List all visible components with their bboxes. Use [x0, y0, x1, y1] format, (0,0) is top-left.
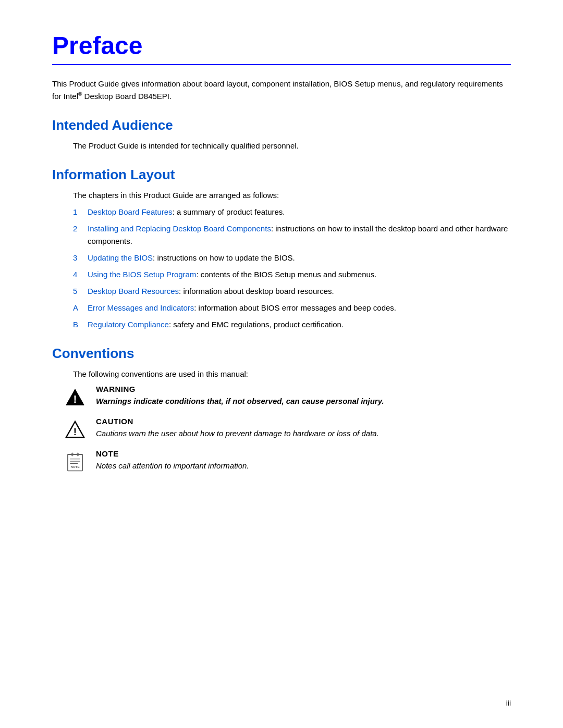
warning-text: Warnings indicate conditions that, if no… — [96, 396, 384, 408]
note-icon: NOTE — [63, 449, 88, 474]
page-container: Preface This Product Guide gives informa… — [0, 0, 563, 530]
list-item: 1 Desktop Board Features: a summary of p… — [73, 206, 511, 218]
svg-text:!: ! — [74, 393, 77, 405]
list-text: Regulatory Compliance: safety and EMC re… — [88, 318, 344, 331]
list-item: 4 Using the BIOS Setup Program: contents… — [73, 268, 511, 281]
chapter-link[interactable]: Desktop Board Resources — [88, 287, 179, 295]
list-num: A — [73, 302, 88, 314]
list-num: 5 — [73, 285, 88, 298]
page-number: iii — [506, 699, 511, 707]
note-content: NOTE Notes call attention to important i… — [96, 449, 249, 472]
list-text: Installing and Replacing Desktop Board C… — [88, 223, 511, 248]
page-title: Preface — [52, 31, 511, 60]
list-item: 5 Desktop Board Resources: information a… — [73, 285, 511, 298]
caution-icon: ! — [63, 417, 88, 442]
chapter-link[interactable]: Error Messages and Indicators — [88, 303, 194, 312]
conventions-section: Conventions The following conventions ar… — [52, 346, 511, 474]
chapter-link[interactable]: Desktop Board Features — [88, 207, 173, 216]
intended-audience-section: Intended Audience The Product Guide is i… — [52, 117, 511, 152]
list-text: Desktop Board Resources: information abo… — [88, 285, 334, 298]
list-text: Error Messages and Indicators: informati… — [88, 302, 396, 314]
list-item: 3 Updating the BIOS: instructions on how… — [73, 252, 511, 264]
conventions-intro: The following conventions are used in th… — [73, 368, 511, 380]
list-num: 4 — [73, 268, 88, 281]
list-text: Updating the BIOS: instructions on how t… — [88, 252, 295, 264]
list-num: 2 — [73, 223, 88, 235]
conventions-heading: Conventions — [52, 346, 511, 362]
chapter-link[interactable]: Using the BIOS Setup Program — [88, 270, 196, 279]
chapter-link[interactable]: Regulatory Compliance — [88, 320, 169, 329]
chapter-link[interactable]: Updating the BIOS — [88, 253, 153, 262]
note-text: Notes call attention to important inform… — [96, 460, 249, 472]
information-layout-intro: The chapters in this Product Guide are a… — [73, 189, 511, 202]
warning-content: WARNING Warnings indicate conditions tha… — [96, 385, 384, 408]
caution-block: ! CAUTION Cautions warn the user about h… — [63, 417, 511, 442]
intended-audience-content: The Product Guide is intended for techni… — [73, 140, 511, 152]
intro-text: This Product Guide gives information abo… — [52, 78, 511, 103]
warning-title: WARNING — [96, 385, 384, 393]
list-item: A Error Messages and Indicators: informa… — [73, 302, 511, 314]
list-num: 1 — [73, 206, 88, 218]
chapter-link[interactable]: Installing and Replacing Desktop Board C… — [88, 224, 271, 233]
warning-icon: ! — [63, 385, 88, 410]
caution-content: CAUTION Cautions warn the user about how… — [96, 417, 379, 440]
list-text: Using the BIOS Setup Program: contents o… — [88, 268, 376, 281]
information-layout-section: Information Layout The chapters in this … — [52, 167, 511, 331]
svg-text:NOTE: NOTE — [71, 465, 80, 468]
warning-block: ! WARNING Warnings indicate conditions t… — [63, 385, 511, 410]
information-layout-heading: Information Layout — [52, 167, 511, 183]
chapter-list: 1 Desktop Board Features: a summary of p… — [73, 206, 511, 331]
list-num: 3 — [73, 252, 88, 264]
caution-text: Cautions warn the user about how to prev… — [96, 428, 379, 440]
list-num: B — [73, 318, 88, 331]
caution-title: CAUTION — [96, 417, 379, 426]
note-title: NOTE — [96, 449, 249, 458]
note-block: NOTE NOTE Notes call attention to import… — [63, 449, 511, 474]
title-rule — [52, 64, 511, 65]
svg-text:!: ! — [74, 426, 77, 437]
list-item: B Regulatory Compliance: safety and EMC … — [73, 318, 511, 331]
list-text: Desktop Board Features: a summary of pro… — [88, 206, 285, 218]
list-item: 2 Installing and Replacing Desktop Board… — [73, 223, 511, 248]
page-footer: iii — [506, 699, 511, 707]
intended-audience-heading: Intended Audience — [52, 117, 511, 133]
